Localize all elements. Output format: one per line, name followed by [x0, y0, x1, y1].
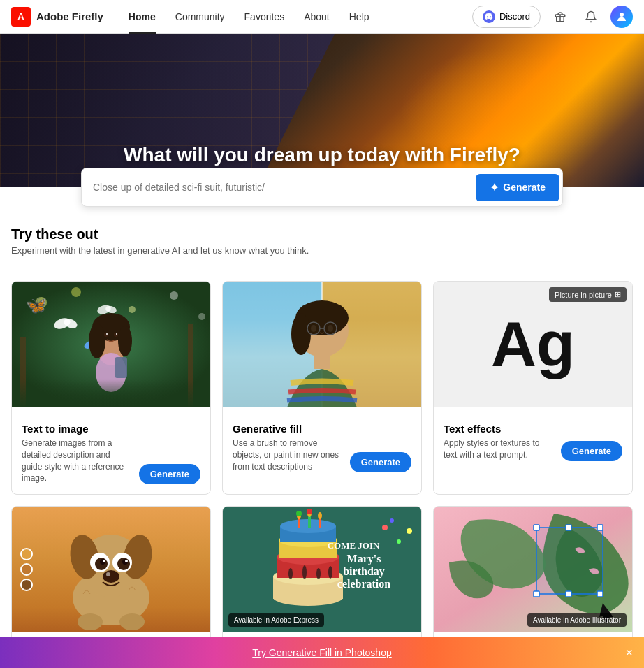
search-container: ✦ Generate: [0, 168, 644, 207]
swatch-3: [20, 579, 33, 591]
card-image-cake: COME JOIN Mary's birthday celebration Av…: [223, 507, 421, 632]
svg-point-10: [198, 313, 205, 320]
hero-section: What will you dream up today with Firefl…: [0, 34, 644, 187]
svg-text:celebration: celebration: [337, 578, 391, 590]
adobe-icon: A: [11, 7, 31, 27]
card-desc-3: Apply styles or textures to text with a …: [444, 437, 552, 461]
card-image-girl: 🦋: [12, 282, 210, 407]
svg-point-85: [407, 528, 412, 534]
search-bar: ✦ Generate: [81, 168, 563, 207]
svg-point-24: [106, 333, 108, 335]
svg-point-33: [291, 313, 311, 355]
svg-text:Mary's: Mary's: [347, 553, 381, 565]
logo[interactable]: A Adobe Firefly: [11, 7, 103, 27]
card-generative-fill: Generative fill Use a brush to remove ob…: [222, 281, 422, 495]
discord-label: Discord: [499, 11, 530, 22]
svg-point-50: [103, 560, 105, 562]
svg-point-20: [89, 324, 105, 358]
generate-button-3[interactable]: Generate: [561, 441, 622, 461]
card-title-1: Text to image: [22, 423, 131, 435]
svg-point-75: [318, 512, 322, 519]
try-section: Try these out Experiment with the latest…: [0, 207, 644, 281]
hero-generate-button[interactable]: ✦ Generate: [476, 174, 559, 201]
svg-text:COME JOIN: COME JOIN: [328, 540, 380, 551]
svg-point-77: [307, 509, 312, 514]
header-actions: Discord: [472, 6, 633, 28]
svg-point-55: [119, 613, 145, 630]
svg-point-83: [397, 539, 401, 544]
nav-home[interactable]: Home: [120, 0, 164, 34]
svg-point-9: [71, 287, 81, 297]
banner-close-button[interactable]: ×: [625, 646, 633, 660]
svg-rect-88: [534, 525, 539, 530]
color-swatches: [20, 548, 33, 591]
svg-point-2: [620, 13, 624, 17]
svg-point-34: [311, 325, 316, 332]
generate-button-1[interactable]: Generate: [139, 464, 200, 484]
svg-point-23: [114, 333, 118, 337]
svg-rect-91: [597, 591, 603, 597]
svg-rect-87: [536, 528, 603, 594]
card-title-3: Text effects: [444, 423, 552, 435]
card-desc-2: Use a brush to remove objects, or paint …: [233, 437, 342, 472]
ag-text: Ag: [491, 313, 575, 376]
discord-icon: [483, 10, 495, 23]
pip-badge: Picture in picture ⊞: [549, 287, 627, 302]
nav-favorites[interactable]: Favorites: [236, 0, 293, 34]
bottom-banner: Try Generative Fill in Photoshop ×: [0, 637, 644, 668]
card-desc-1: Generate images from a detailed descript…: [22, 437, 131, 484]
svg-rect-93: [566, 591, 571, 597]
svg-point-76: [296, 511, 302, 516]
svg-point-35: [328, 325, 333, 332]
discord-button[interactable]: Discord: [472, 6, 541, 28]
nav-about[interactable]: About: [295, 0, 338, 34]
card-image-ag: Picture in picture ⊞ Ag: [434, 282, 632, 407]
avatar[interactable]: [610, 6, 633, 28]
card-body-text-to-image: Text to image Generate images from a det…: [12, 407, 210, 494]
section-title: Try these out: [11, 226, 633, 242]
card-title-2: Generative fill: [233, 423, 342, 435]
swatch-2: [20, 563, 33, 576]
search-input[interactable]: [93, 182, 476, 193]
svg-point-7: [170, 291, 178, 300]
cards-grid: 🦋: [0, 281, 644, 668]
card-image-dog: [12, 507, 210, 632]
svg-point-51: [125, 560, 128, 562]
brand-name: Adobe Firefly: [36, 10, 103, 22]
hero-title: What will you dream up today with Firefl…: [124, 144, 520, 166]
gift-button[interactable]: [549, 6, 571, 28]
main-nav: Home Community Favorites About Help: [120, 0, 472, 34]
svg-point-8: [129, 306, 136, 313]
section-subtitle: Experiment with the latest in generative…: [11, 245, 633, 256]
svg-rect-39: [314, 355, 330, 369]
notifications-button[interactable]: [580, 6, 602, 28]
svg-point-53: [106, 572, 110, 576]
card-text-to-image: 🦋: [11, 281, 211, 495]
card-image-split: [223, 282, 421, 407]
svg-point-21: [118, 326, 132, 356]
header: A Adobe Firefly Home Community Favorites…: [0, 0, 644, 34]
svg-point-84: [390, 518, 394, 523]
svg-point-82: [382, 525, 388, 530]
generate-icon: ✦: [490, 181, 499, 194]
nav-help[interactable]: Help: [341, 0, 378, 34]
card-body-generative-fill: Generative fill Use a brush to remove ob…: [223, 407, 421, 482]
card-body-text-effects: Text effects Apply styles or textures to…: [434, 407, 632, 471]
svg-rect-92: [566, 525, 571, 530]
card-text-effects: Picture in picture ⊞ Ag Text effects App…: [433, 281, 633, 495]
svg-point-66: [288, 568, 293, 579]
banner-link[interactable]: Try Generative Fill in Photoshop: [252, 647, 391, 658]
svg-point-68: [316, 568, 321, 579]
card-image-vector: Available in Adobe Illustrator: [434, 507, 632, 632]
svg-rect-90: [534, 591, 539, 597]
svg-point-52: [103, 570, 119, 583]
svg-point-69: [328, 566, 332, 579]
swatch-1: [20, 548, 33, 560]
generate-button-2[interactable]: Generate: [350, 452, 411, 472]
svg-point-25: [116, 333, 117, 335]
svg-text:birthday: birthday: [343, 565, 385, 578]
nav-community[interactable]: Community: [167, 0, 233, 34]
svg-point-67: [302, 565, 307, 579]
svg-rect-89: [597, 525, 603, 530]
available-badge-express: Available in Adobe Express: [228, 613, 324, 627]
